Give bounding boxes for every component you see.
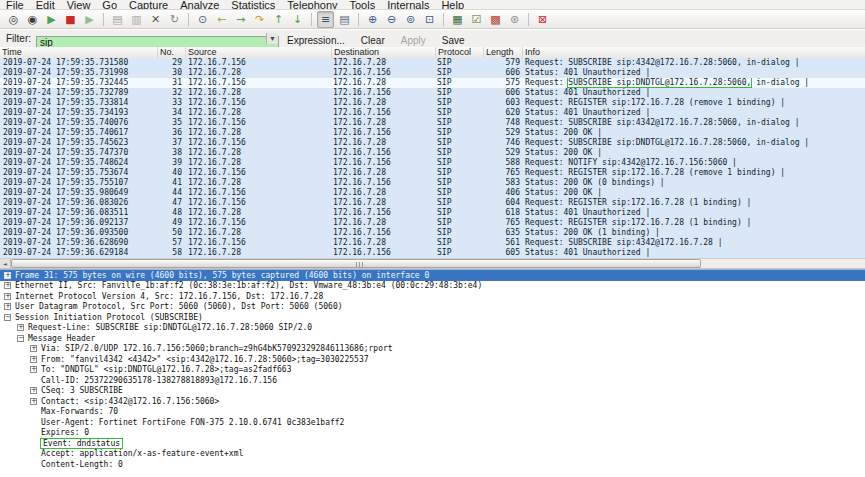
expand-icon[interactable]: +: [4, 272, 11, 279]
detail-line[interactable]: Content-Length: 0: [0, 459, 865, 470]
resize-columns-icon[interactable]: ⊡: [421, 11, 438, 28]
detail-line[interactable]: +Via: SIP/2.0/UDP 172.16.7.156:5060;bran…: [0, 344, 865, 355]
menu-item-file[interactable]: File: [6, 0, 24, 10]
close-file-icon[interactable]: ✕: [147, 11, 164, 28]
preferences-icon[interactable]: ⊛: [506, 11, 523, 28]
detail-line[interactable]: Max-Forwards: 70: [0, 407, 865, 418]
filter-clear-button[interactable]: Clear: [361, 35, 385, 46]
find-packet-icon[interactable]: ⊙: [194, 11, 211, 28]
zoom-100-icon[interactable]: ⊚: [402, 11, 419, 28]
packet-row[interactable]: 2019-07-24 17:59:35.74061736172.16.7.281…: [0, 128, 865, 138]
packet-row[interactable]: 2019-07-24 17:59:35.74562337172.16.7.156…: [0, 138, 865, 148]
detail-line[interactable]: +To: "DNDTGL" <sip:DNDTGL@172.16.7.28>;t…: [0, 365, 865, 376]
expand-icon[interactable]: +: [30, 387, 37, 394]
go-back-icon[interactable]: ←: [213, 11, 230, 28]
detail-line[interactable]: Accept: application/x-as-feature-event+x…: [0, 449, 865, 460]
expand-icon[interactable]: +: [4, 303, 11, 310]
packet-row[interactable]: 2019-07-24 17:59:35.75367440172.16.7.156…: [0, 168, 865, 178]
list-interfaces-icon[interactable]: ◎: [5, 11, 22, 28]
menu-item-statistics[interactable]: Statistics: [231, 0, 275, 10]
detail-line[interactable]: +CSeq: 3 SUBSCRIBE: [0, 386, 865, 397]
packet-row[interactable]: 2019-07-24 17:59:35.74862439172.16.7.281…: [0, 158, 865, 168]
packet-row[interactable]: 2019-07-24 17:59:36.08302647172.16.7.156…: [0, 198, 865, 208]
collapse-icon[interactable]: −: [4, 314, 11, 321]
autoscroll-toggle-icon[interactable]: ▤: [336, 11, 353, 28]
zoom-out-icon[interactable]: ⊖: [383, 11, 400, 28]
column-header-source[interactable]: Source: [186, 47, 332, 58]
detail-line[interactable]: Expires: 0: [0, 428, 865, 439]
column-header-info[interactable]: Info: [523, 47, 865, 58]
capture-options-icon[interactable]: ◉: [24, 11, 41, 28]
menu-item-internals[interactable]: Internals: [387, 0, 429, 10]
packet-row[interactable]: 2019-07-24 17:59:36.62869057172.16.7.156…: [0, 238, 865, 248]
packet-row[interactable]: 2019-07-24 17:59:36.08351148172.16.7.281…: [0, 208, 865, 218]
detail-line[interactable]: −Message Header: [0, 333, 865, 344]
menu-item-tools[interactable]: Tools: [350, 0, 376, 10]
expand-icon[interactable]: +: [4, 282, 11, 289]
help-icon[interactable]: ⊠: [534, 11, 551, 28]
detail-line[interactable]: Event: dndstatus: [0, 438, 865, 449]
h-scrollbar[interactable]: ◄: [0, 258, 865, 269]
capture-stop-icon[interactable]: ■: [62, 11, 79, 28]
open-file-icon[interactable]: ▤: [109, 11, 126, 28]
detail-line[interactable]: +Frame 31: 575 bytes on wire (4600 bits)…: [0, 270, 865, 281]
reload-icon[interactable]: ↻: [166, 11, 183, 28]
expand-icon[interactable]: +: [17, 324, 24, 331]
filter-expression-button[interactable]: Expression...: [287, 35, 345, 46]
packet-row[interactable]: 2019-07-24 17:59:36.62918458172.16.7.281…: [0, 248, 865, 258]
detail-line[interactable]: +Contact: <sip:4342@172.16.7.156:5060>: [0, 396, 865, 407]
menu-item-telephony[interactable]: Telephony: [287, 0, 337, 10]
h-scrollbar-thumb[interactable]: [11, 259, 701, 268]
collapse-icon[interactable]: −: [17, 335, 24, 342]
capture-start-icon[interactable]: ▶: [43, 11, 60, 28]
packet-row[interactable]: 2019-07-24 17:59:35.75510741172.16.7.281…: [0, 178, 865, 188]
column-header-protocol[interactable]: Protocol: [436, 47, 484, 58]
menu-bar[interactable]: FileEditViewGoCaptureAnalyzeStatisticsTe…: [0, 0, 865, 10]
detail-line[interactable]: +From: "fanvil4342 <4342>" <sip:4342@172…: [0, 354, 865, 365]
go-forward-icon[interactable]: →: [232, 11, 249, 28]
coloring-rules-icon[interactable]: ▩: [487, 11, 504, 28]
save-file-icon[interactable]: ▥: [128, 11, 145, 28]
menu-item-edit[interactable]: Edit: [36, 0, 55, 10]
expand-icon[interactable]: +: [30, 366, 37, 373]
detail-line[interactable]: User-Agent: Fortinet FortiFone FON-375 2…: [0, 417, 865, 428]
menu-item-help[interactable]: Help: [441, 0, 464, 10]
go-to-packet-icon[interactable]: ↷: [251, 11, 268, 28]
column-header-no[interactable]: No.: [158, 47, 186, 58]
filter-save-button[interactable]: Save: [442, 35, 465, 46]
packet-row[interactable]: 2019-07-24 17:59:35.73199830172.16.7.281…: [0, 68, 865, 78]
expand-icon[interactable]: +: [30, 356, 37, 363]
packet-row[interactable]: 2019-07-24 17:59:36.09350050172.16.7.281…: [0, 228, 865, 238]
filter-dropdown-arrow-icon[interactable]: ▼: [266, 33, 278, 44]
column-header-time[interactable]: Time: [0, 47, 158, 58]
menu-item-go[interactable]: Go: [102, 0, 117, 10]
go-top-icon[interactable]: ↑: [270, 11, 287, 28]
zoom-in-icon[interactable]: ⊕: [364, 11, 381, 28]
expand-icon[interactable]: +: [30, 345, 37, 352]
column-header-length[interactable]: Length: [484, 47, 523, 58]
expand-icon[interactable]: +: [4, 293, 11, 300]
packet-row[interactable]: 2019-07-24 17:59:35.74007635172.16.7.156…: [0, 118, 865, 128]
packet-row[interactable]: 2019-07-24 17:59:36.09213749172.16.7.156…: [0, 218, 865, 228]
menu-item-capture[interactable]: Capture: [129, 0, 168, 10]
capture-restart-icon[interactable]: ▶: [81, 11, 98, 28]
packet-row[interactable]: 2019-07-24 17:59:35.74737038172.16.7.281…: [0, 148, 865, 158]
go-bottom-icon[interactable]: ↓: [289, 11, 306, 28]
filter-apply-button[interactable]: Apply: [401, 35, 426, 46]
colorize-toggle-icon[interactable]: ≡: [317, 11, 334, 28]
display-filters-icon[interactable]: ☑: [468, 11, 485, 28]
detail-line[interactable]: +Ethernet II, Src: FanvilTe_1b:af:f2 (0c…: [0, 281, 865, 292]
packet-row[interactable]: 2019-07-24 17:59:35.73381433172.16.7.156…: [0, 98, 865, 108]
packet-row[interactable]: 2019-07-24 17:59:35.73278932172.16.7.281…: [0, 88, 865, 98]
detail-line[interactable]: +User Datagram Protocol, Src Port: 5060 …: [0, 302, 865, 313]
detail-line[interactable]: Call-ID: 25372290635178-138278818893@172…: [0, 375, 865, 386]
column-header-destination[interactable]: Destination: [332, 47, 436, 58]
scroll-left-arrow[interactable]: ◄: [0, 259, 11, 268]
menu-item-view[interactable]: View: [67, 0, 91, 10]
packet-row[interactable]: 2019-07-24 17:59:35.98064944172.16.7.156…: [0, 188, 865, 198]
packet-row[interactable]: 2019-07-24 17:59:35.73244531172.16.7.156…: [0, 78, 865, 88]
capture-filters-icon[interactable]: ▦: [449, 11, 466, 28]
detail-line[interactable]: +Request-Line: SUBSCRIBE sip:DNDTGL@172.…: [0, 323, 865, 334]
packet-row[interactable]: 2019-07-24 17:59:35.73419334172.16.7.281…: [0, 108, 865, 118]
detail-line[interactable]: +Internet Protocol Version 4, Src: 172.1…: [0, 291, 865, 302]
